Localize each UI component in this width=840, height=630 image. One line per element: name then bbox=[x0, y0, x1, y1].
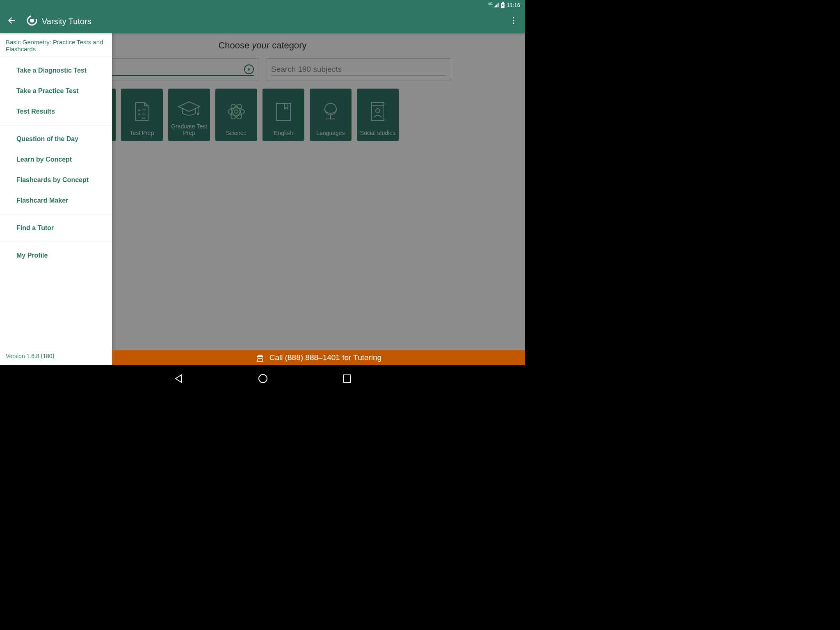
svg-rect-4 bbox=[31, 15, 38, 19]
app-logo-icon bbox=[26, 15, 38, 28]
drawer-item-flashconcept[interactable]: Flashcards by Concept bbox=[0, 170, 112, 190]
battery-icon bbox=[501, 2, 505, 8]
phone-icon bbox=[256, 353, 265, 362]
svg-point-3 bbox=[30, 18, 34, 23]
svg-point-7 bbox=[513, 23, 514, 24]
app-title: Varsity Tutors bbox=[42, 17, 91, 26]
drawer-group-1: Take a Diagnostic Test Take a Practice T… bbox=[0, 57, 112, 126]
drawer-item-qotd[interactable]: Question of the Day bbox=[0, 129, 112, 149]
svg-rect-32 bbox=[343, 375, 351, 382]
drawer-item-diagnostic[interactable]: Take a Diagnostic Test bbox=[0, 60, 112, 81]
signal-icon bbox=[493, 2, 499, 8]
overflow-menu-button[interactable] bbox=[509, 16, 518, 27]
nav-back-button[interactable] bbox=[173, 373, 184, 386]
call-tutoring-bar[interactable]: Call (888) 888–1401 for Tutoring bbox=[112, 350, 525, 365]
nav-home-button[interactable] bbox=[258, 373, 268, 386]
drawer-item-results[interactable]: Test Results bbox=[0, 101, 112, 122]
android-nav-bar bbox=[0, 365, 525, 394]
svg-point-5 bbox=[513, 17, 514, 18]
navigation-drawer: Basic Geometry: Practice Tests and Flash… bbox=[0, 33, 112, 365]
svg-point-6 bbox=[513, 20, 514, 21]
drawer-group-3: Find a Tutor bbox=[0, 215, 112, 242]
clock: 11:16 bbox=[507, 2, 520, 8]
back-button[interactable] bbox=[7, 16, 16, 27]
svg-point-31 bbox=[259, 374, 267, 383]
drawer-item-learnconcept[interactable]: Learn by Concept bbox=[0, 149, 112, 170]
drawer-group-4: My Profile bbox=[0, 242, 112, 269]
svg-rect-1 bbox=[502, 2, 504, 3]
app-header: Varsity Tutors bbox=[0, 10, 525, 33]
drawer-group-2: Question of the Day Learn by Concept Fla… bbox=[0, 126, 112, 215]
network-indicator: 4G bbox=[488, 2, 499, 8]
status-bar: 4G 11:16 bbox=[0, 0, 525, 10]
drawer-item-profile[interactable]: My Profile bbox=[0, 245, 112, 266]
drawer-item-practice[interactable]: Take a Practice Test bbox=[0, 81, 112, 101]
nav-recents-button[interactable] bbox=[342, 374, 352, 385]
drawer-item-flashmaker[interactable]: Flashcard Maker bbox=[0, 190, 112, 211]
drawer-title: Basic Geometry: Practice Tests and Flash… bbox=[0, 33, 112, 57]
drawer-version: Version 1.6.8 (180) bbox=[0, 347, 112, 365]
drawer-item-findtutor[interactable]: Find a Tutor bbox=[0, 218, 112, 238]
